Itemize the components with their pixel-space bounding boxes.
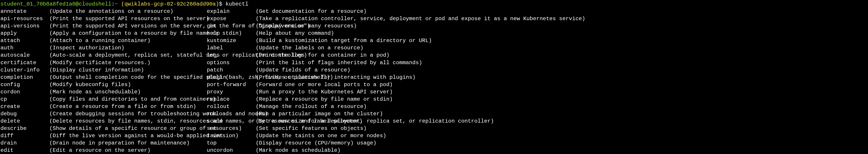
completion-description: (Display one or many resources) <box>256 22 357 30</box>
completion-command: autoscale <box>0 51 50 59</box>
completion-description: (Drain node in preparation for maintenan… <box>50 140 190 147</box>
completion-command: cordon <box>0 88 50 95</box>
completion-item[interactable]: top (Display resource (CPU/memory) usage… <box>207 140 868 147</box>
completion-item[interactable]: rollout (Manage the rollout of a resourc… <box>207 103 868 110</box>
completion-command: edit <box>0 147 50 154</box>
completion-description: (Run a proxy to the Kubernetes API serve… <box>256 88 393 95</box>
completion-item[interactable]: label (Update the labels on a resource) <box>207 44 868 51</box>
completion-item[interactable]: expose (Take a replication controller, s… <box>207 15 868 22</box>
completion-item[interactable]: annotate (Update the annotations on a re… <box>0 8 207 15</box>
completion-item[interactable]: run (Run a particular image on the clust… <box>207 110 868 117</box>
completion-description: (Display cluster information) <box>50 66 144 74</box>
completion-item[interactable]: kustomize (Build a kustomization target … <box>207 37 868 44</box>
completion-command: get <box>207 22 256 30</box>
completion-command: label <box>207 44 256 51</box>
completion-command: cp <box>0 95 50 103</box>
prompt-colon: : <box>112 0 115 8</box>
completion-description: (Run a particular image on the cluster) <box>256 110 383 117</box>
completion-description: (Update fields of a resource) <box>256 66 350 74</box>
prompt-dollar: $ <box>219 0 222 8</box>
completion-description: (Forward one or more local ports to a po… <box>256 81 393 88</box>
completion-item[interactable]: describe (Show details of a specific res… <box>0 125 207 132</box>
completion-command: expose <box>207 15 256 22</box>
completion-item[interactable]: config (Modify kubeconfig files) <box>0 81 207 88</box>
completion-item[interactable]: debug (Create debugging sessions for tro… <box>0 110 207 117</box>
completion-command: certificate <box>0 59 50 66</box>
completion-item[interactable]: help (Help about any command) <box>207 30 868 37</box>
completion-description: (Replace a resource by file name or stdi… <box>256 95 393 103</box>
completion-command: describe <box>0 125 50 132</box>
completion-command: scale <box>207 117 256 125</box>
completion-description: (Mark node as unschedulable) <box>50 88 141 95</box>
completion-command: config <box>0 81 50 88</box>
completion-description: (Attach to a running container) <box>50 37 151 44</box>
prompt-project-close: ) <box>216 0 219 8</box>
completion-item[interactable]: attach (Attach to a running container) <box>0 37 207 44</box>
completion-description: (Inspect authorization) <box>50 44 124 51</box>
completion-description: (Copy files and directories to and from … <box>50 95 216 103</box>
completion-command: annotate <box>0 8 50 15</box>
completion-command: debug <box>0 110 50 117</box>
completion-command: completion <box>0 74 50 81</box>
completion-item[interactable]: uncordon (Mark node as schedulable) <box>207 147 868 154</box>
completion-description: (Print the list of flags inherited by al… <box>256 59 422 66</box>
completion-item[interactable]: port-forward (Forward one or more local … <box>207 81 868 88</box>
completion-item[interactable]: explain (Get documentation for a resourc… <box>207 8 868 15</box>
completion-description: (Set a new size for a deployment, replic… <box>256 117 494 125</box>
completion-description: (Set specific features on objects) <box>256 125 367 132</box>
completion-item[interactable]: api-resources (Print the supported API r… <box>0 15 207 22</box>
completion-item[interactable]: apply (Apply a configuration to a resour… <box>0 30 207 37</box>
completion-command: taint <box>207 132 256 140</box>
completion-command: set <box>207 125 256 132</box>
completion-item[interactable]: edit (Edit a resource on the server) <box>0 147 207 154</box>
completion-item[interactable]: proxy (Run a proxy to the Kubernetes API… <box>207 88 868 95</box>
completion-description: (Create a resource from a file or from s… <box>50 103 196 110</box>
completion-item[interactable]: drain (Drain node in preparation for mai… <box>0 140 207 147</box>
completion-item[interactable]: cordon (Mark node as unschedulable) <box>0 88 207 95</box>
completion-column-left: annotate (Update the annotations on a re… <box>0 8 207 154</box>
completion-description: (Help about any command) <box>256 30 334 37</box>
completion-item[interactable]: logs (Print the logs for a container in … <box>207 51 868 59</box>
completion-item[interactable]: api-versions (Print the supported API ve… <box>0 22 207 30</box>
completion-item[interactable]: create (Create a resource from a file or… <box>0 103 207 110</box>
completion-command: options <box>207 59 256 66</box>
completion-item[interactable]: auth (Inspect authorization) <box>0 44 207 51</box>
completion-command: attach <box>0 37 50 44</box>
completion-item[interactable]: completion (Output shell completion code… <box>0 74 207 81</box>
completion-description: (Provides utilities for interacting with… <box>256 74 415 81</box>
completion-command: run <box>207 110 256 117</box>
completion-command: kustomize <box>207 37 256 44</box>
completion-description: (Update the annotations on a resource) <box>50 8 174 15</box>
completion-command: proxy <box>207 88 256 95</box>
completion-command: logs <box>207 51 256 59</box>
completion-item[interactable]: autoscale (Auto-scale a deployment, repl… <box>0 51 207 59</box>
completion-item[interactable]: get (Display one or many resources) <box>207 22 868 30</box>
completion-item[interactable]: cp (Copy files and directories to and fr… <box>0 95 207 103</box>
completion-item[interactable]: patch (Update fields of a resource) <box>207 66 868 74</box>
completion-item[interactable]: certificate (Modify certificate resource… <box>0 59 207 66</box>
prompt-project-open: ( <box>118 0 124 8</box>
completion-command: apply <box>0 30 50 37</box>
completion-item[interactable]: taint (Update the taints on one or more … <box>207 132 868 140</box>
completion-description: (Print the supported API resources on th… <box>50 15 209 22</box>
completion-item[interactable]: delete (Delete resources by file names, … <box>0 117 207 125</box>
completion-command: explain <box>207 8 256 15</box>
completion-item[interactable]: options (Print the list of flags inherit… <box>207 59 868 66</box>
completion-item[interactable]: diff (Diff the live version against a wo… <box>0 132 207 140</box>
completion-description: (Print the logs for a container in a pod… <box>256 51 390 59</box>
completion-item[interactable]: scale (Set a new size for a deployment, … <box>207 117 868 125</box>
completion-column-right: explain (Get documentation for a resourc… <box>207 8 868 154</box>
completion-description: (Build a kustomization target from a dir… <box>256 37 432 44</box>
completion-command: auth <box>0 44 50 51</box>
completion-item[interactable]: set (Set specific features on objects) <box>207 125 868 132</box>
terminal[interactable]: student_01_70b8a8fed1a0@cloudshell:~ (qw… <box>0 0 868 154</box>
completion-item[interactable]: plugin (Provides utilities for interacti… <box>207 74 868 81</box>
completion-command: replace <box>207 95 256 103</box>
completion-command: api-resources <box>0 15 50 22</box>
completion-item[interactable]: cluster-info (Display cluster informatio… <box>0 66 207 74</box>
completion-item[interactable]: replace (Replace a resource by file name… <box>207 95 868 103</box>
completion-columns: annotate (Update the annotations on a re… <box>0 8 868 154</box>
completion-command: rollout <box>207 103 256 110</box>
completion-description: (Get documentation for a resource) <box>256 8 367 15</box>
completion-command: api-versions <box>0 22 50 30</box>
